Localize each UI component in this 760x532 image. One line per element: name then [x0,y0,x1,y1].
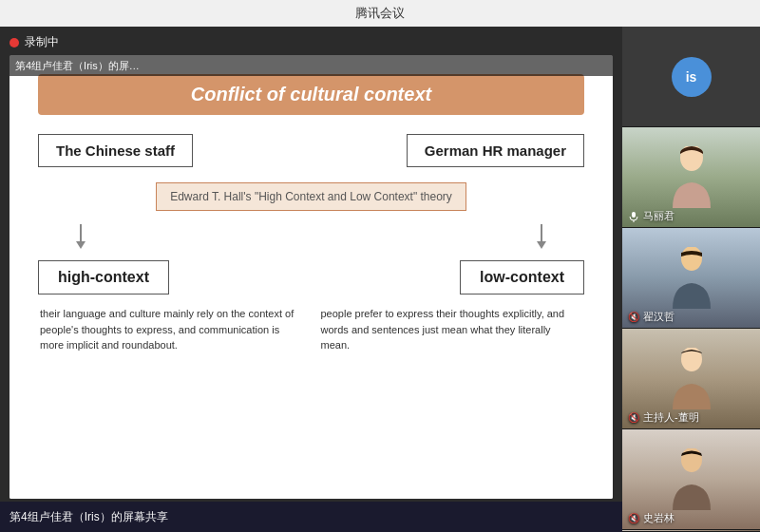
participant-card-3: 🔇 主持人-董明 [622,329,760,429]
slide-content: Conflict of cultural context The Chinese… [10,55,613,499]
recording-bar: 录制中 [10,34,59,50]
arrows-row [38,224,584,249]
mute-icon-2: 🔇 [628,312,639,322]
participant-name-4: 🔇 史岩林 [628,511,674,525]
mute-icon-4: 🔇 [628,513,639,523]
context-row: high-context low-context [38,260,584,294]
slide-top-concepts: The Chinese staff German HR manager [38,134,584,167]
person-svg-2 [668,247,715,314]
participant-card-0: is [622,27,760,127]
participant-card-2: 🔇 翟汉哲 [622,228,760,329]
sidebar: is 马丽君 [622,27,760,532]
participant-name-3: 🔇 主持人-董明 [628,410,699,425]
screen-share-text: 第4组卢佳君（Iris）的屏… [15,59,140,73]
sharing-bar: 第4组卢佳君（Iris）的屏幕共享 [0,502,622,532]
recording-label: 录制中 [25,34,59,50]
main-container: 录制中 第4组卢佳君（Iris）的屏… Conflict of cultural… [0,27,760,532]
slide-title-box: Conflict of cultural context [38,74,584,115]
svg-point-3 [681,247,702,271]
low-context-box: low-context [460,260,584,294]
participant-photo-5 [622,530,760,531]
left-description: their language and culture mainly rely o… [40,306,302,353]
slide-title: Conflict of cultural context [191,84,431,104]
title-text: 腾讯会议 [355,5,405,22]
recording-dot [10,38,19,48]
german-manager-box: German HR manager [407,134,584,167]
desc-row: their language and culture mainly rely o… [38,306,584,353]
participant-label-2: 翟汉哲 [643,310,674,324]
theory-box: Edward T. Hall's "High Context and Low C… [156,182,466,211]
screen-share-label: 第4组卢佳君（Iris）的屏… [10,55,613,76]
participant-card-4: 🔇 史岩林 [622,429,760,530]
right-description: people prefer to express their thoughts … [321,306,583,353]
arrow-head-right [537,241,546,249]
svg-point-4 [681,348,702,371]
participant-label-4: 史岩林 [643,511,674,525]
arrow-line-left [80,224,82,241]
avatar-initials: is [672,57,712,97]
svg-rect-1 [632,212,636,218]
person-svg-4 [668,448,715,515]
sharing-text: 第4组卢佳君（Iris）的屏幕共享 [10,509,168,525]
person-svg-3 [668,348,715,414]
participant-name-2: 🔇 翟汉哲 [628,310,674,324]
participant-card-1: 马丽君 [622,127,760,228]
theory-area: Edward T. Hall's "High Context and Low C… [38,182,584,211]
participant-label-3: 主持人-董明 [643,410,699,425]
mic-icon-1 [628,211,639,222]
high-context-box: high-context [38,260,169,294]
chinese-staff-box: The Chinese staff [38,134,193,167]
arrow-head-left [76,241,86,249]
mute-icon-3: 🔇 [628,412,639,423]
presentation-area: 录制中 第4组卢佳君（Iris）的屏… Conflict of cultural… [0,27,622,532]
arrow-line-right [541,224,542,241]
left-arrow [76,224,86,249]
slide-wrapper: Conflict of cultural context The Chinese… [10,55,613,499]
participant-name-1: 马丽君 [628,209,674,223]
title-bar: 腾讯会议 [0,0,760,27]
person-svg-1 [668,146,715,213]
participant-label-1: 马丽君 [643,209,674,223]
right-arrow [537,224,546,249]
